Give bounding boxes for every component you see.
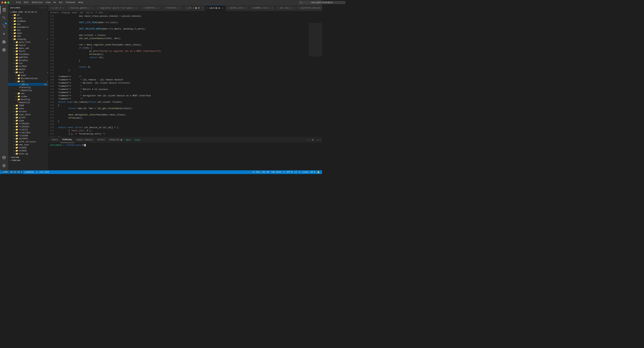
tree-item[interactable]: ▸📁ks7010: [8, 65, 48, 68]
menu-run[interactable]: Run: [58, 1, 64, 4]
tree-item[interactable]: ▸📁vt6656: [8, 149, 48, 152]
activity-extensions[interactable]: [0, 38, 8, 46]
menu-file[interactable]: File: [15, 1, 22, 4]
tree-item[interactable]: ▸📁spmi: [8, 32, 48, 35]
tree-item[interactable]: ▸📁sh: [8, 13, 48, 16]
minimap-slider[interactable]: [308, 23, 322, 56]
panel-tab-problems[interactable]: PROBLEMS4: [107, 137, 124, 143]
tree-item[interactable]: ▸📁gdm724x: [8, 56, 48, 59]
activity-explorer[interactable]: [0, 6, 8, 14]
tree-item[interactable]: ▸📁spi: [8, 29, 48, 32]
tree-item[interactable]: ▸📁vc04_services: [8, 140, 48, 143]
tree-item[interactable]: ▸📁dim2: [8, 74, 48, 77]
tree-item[interactable]: ▸📁net: [8, 92, 48, 95]
panel-tab-debug-console[interactable]: DEBUG CONSOLE: [74, 137, 95, 143]
breadcrumb-i2cc[interactable]: i2c.cc: [86, 11, 93, 14]
status-errors[interactable]: ✕ 0 ⚠ 4 ℹ 0: [38, 170, 50, 174]
tree-item[interactable]: ▸📁soc: [8, 23, 48, 26]
tree-item[interactable]: ▸📁axis-fifo: [8, 41, 48, 44]
tab-close-button[interactable]: ✕: [180, 7, 182, 9]
tree-item[interactable]: ▸📁slimbus: [8, 19, 48, 23]
tab-close-button[interactable]: ✕: [136, 7, 138, 9]
tree-item[interactable]: ▸📁TODO: [8, 104, 48, 107]
tree-item[interactable]: ▾📂i2c●: [8, 80, 48, 83]
code-editor[interactable]: 3163173183193203213223233243253263273283…: [48, 14, 322, 137]
editor-tab[interactable]: Cda9062-core.c✕: [250, 5, 276, 11]
tree-item[interactable]: ▸📁vt6655: [8, 146, 48, 149]
menu-edit[interactable]: Edit: [23, 1, 30, 4]
breadcrumb-drivers[interactable]: drivers: [50, 11, 59, 14]
panel-close-icon[interactable]: ✕: [319, 139, 321, 141]
panel-new-terminal-icon[interactable]: +: [307, 139, 308, 141]
menu-go[interactable]: Go: [52, 1, 57, 4]
panel-content[interactable]: binli@soc : ~/study/linux $: [48, 143, 322, 170]
tree-item[interactable]: ▸📁rtl8192e: [8, 122, 48, 125]
editor-tab[interactable]: Cimx6ul.dtsi✕: [226, 5, 250, 11]
status-branch[interactable]: ⎇ master: [23, 170, 35, 174]
breadcrumb-i2c[interactable]: i2c: [80, 11, 83, 14]
tree-item[interactable]: ▸📁rts5208: [8, 134, 48, 137]
status-eol[interactable]: LF: [294, 170, 298, 174]
tab-close-button[interactable]: ✕: [158, 7, 161, 9]
status-language[interactable]: C: [298, 170, 301, 174]
status-encoding[interactable]: UTF-8: [286, 170, 294, 174]
status-sync[interactable]: ↻: [35, 170, 38, 174]
tab-close-button[interactable]: ✕: [271, 7, 274, 9]
minimize-window-button[interactable]: [4, 1, 6, 3]
editor-tab[interactable]: Cht16k33.c✕: [163, 5, 184, 11]
activity-search[interactable]: [0, 14, 8, 22]
panel-trash-icon[interactable]: 🗑: [312, 139, 314, 141]
tree-item[interactable]: ▸📁rtl8723bs: [8, 131, 48, 134]
panel-tab-terminal[interactable]: TERMINAL: [60, 137, 75, 143]
tree-item[interactable]: ▸📁Documentation: [8, 77, 48, 80]
code-content[interactable]: dev->most_iface.poison_channel = poison_…: [57, 14, 308, 137]
tree-item[interactable]: ▸📁video: [8, 95, 48, 98]
editor-tab[interactable]: Chexium_gemini.c✕: [67, 5, 96, 11]
editor-tab[interactable]: Ci2c.c2✕: [184, 5, 206, 11]
collapse-all-icon[interactable]: ≡: [44, 6, 46, 9]
menu-terminal[interactable]: Terminal: [64, 1, 77, 4]
refresh-icon[interactable]: ↺: [42, 6, 44, 9]
tree-item[interactable]: ▾📂staging●: [8, 38, 48, 41]
editor-tab[interactable]: Cplatform_device.h✕: [297, 5, 322, 11]
tree-root[interactable]: ▾ LINUX (SSH: 10.22.65.2): [8, 10, 48, 13]
tree-item[interactable]: ▸📁rtl8192u: [8, 125, 48, 128]
breadcrumb-ellipsis[interactable]: ...: [106, 11, 109, 14]
activity-remote[interactable]: [0, 46, 8, 54]
activity-settings[interactable]: [0, 162, 8, 170]
tree-item[interactable]: ▸📁fbtft: [8, 50, 48, 53]
breadcrumb-c-i2ch[interactable]: C i2ch: [96, 11, 103, 14]
tree-item[interactable]: ▸📁iio: [8, 62, 48, 65]
tab-close-button[interactable]: ✕: [245, 7, 248, 9]
tree-item[interactable]: Ci2c.c2: [8, 83, 48, 86]
menu-view[interactable]: View: [44, 1, 52, 4]
editor-tab[interactable]: Cw_i2c.h✕: [48, 5, 67, 11]
tree-item[interactable]: ▸📁pi433: [8, 116, 48, 119]
activity-accounts[interactable]: [0, 154, 8, 162]
tab-close-button[interactable]: ✕: [221, 7, 224, 9]
new-file-icon[interactable]: : [36, 6, 38, 9]
tree-item[interactable]: ▸📁qlge: [8, 119, 48, 122]
new-folder-icon[interactable]: +: [39, 6, 41, 9]
tree-item[interactable]: ▸📁vme_user: [8, 143, 48, 146]
tree-item[interactable]: MMakefile: [8, 101, 48, 104]
tab-close-button[interactable]: ✕: [62, 7, 65, 9]
tree-item[interactable]: ▸📁Kconfig: [8, 98, 48, 101]
editor-tab[interactable]: Cregulator-quirk-rcar-gen2.c✕: [96, 5, 140, 11]
tree-item[interactable]: ▸📁ssb: [8, 35, 48, 38]
status-tabsize[interactable]: Tab Size: 4: [270, 170, 286, 174]
status-remote-linux[interactable]: Linux: [301, 170, 309, 174]
menu-selection[interactable]: Selection: [30, 1, 44, 4]
tree-item[interactable]: ▸📁olpc_dcon: [8, 113, 48, 116]
tree-item[interactable]: ▸📁soundwire: [8, 26, 48, 29]
breadcrumb-most[interactable]: most: [72, 11, 77, 14]
breadcrumb-staging[interactable]: staging: [62, 11, 70, 14]
tree-item[interactable]: ▸📁board: [8, 44, 48, 47]
panel-split-icon[interactable]: ʰ: [309, 139, 310, 141]
tree-item[interactable]: ▸📁greybus: [8, 59, 48, 62]
editor-tab[interactable]: Ctc358743.c✕: [140, 5, 163, 11]
menu-help[interactable]: Help: [77, 1, 84, 4]
panel-tab-ports[interactable]: PORTS: [50, 137, 60, 143]
editor-tab[interactable]: Ci2ch2✕: [206, 5, 226, 11]
close-window-button[interactable]: [1, 1, 3, 3]
